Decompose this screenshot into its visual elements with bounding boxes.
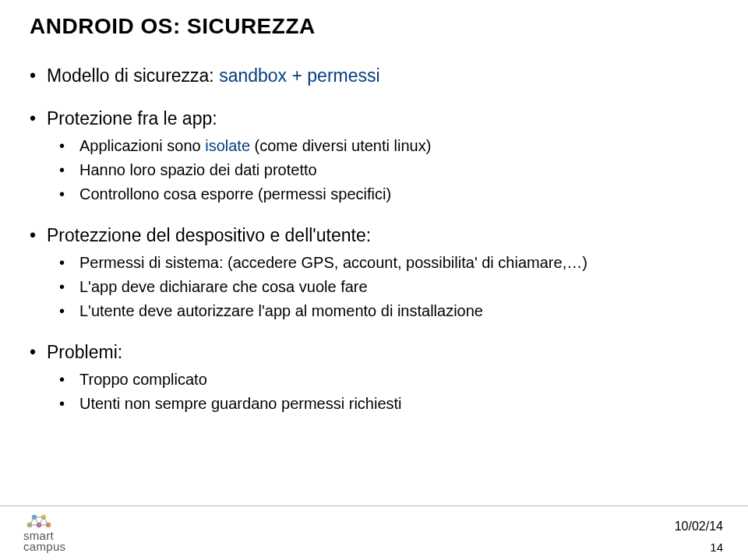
sub-item: Permessi di sistema: (accedere GPS, acco… — [59, 252, 718, 273]
text: Modello di sicurezza: — [47, 65, 219, 86]
bullet-problems: Problemi: Troppo complicato Utenti non s… — [30, 340, 718, 414]
svg-line-5 — [30, 517, 34, 525]
sub-item: L'app deve dichiarare che cosa vuole far… — [59, 276, 718, 298]
svg-line-8 — [44, 517, 48, 525]
sub-list: Applicazioni sono isolate (come diversi … — [47, 136, 718, 205]
svg-line-7 — [39, 517, 44, 525]
text: (come diversi utenti linux) — [250, 137, 431, 154]
sub-list: Permessi di sistema: (accedere GPS, acco… — [47, 252, 718, 322]
text: Protezione fra le app: — [47, 108, 217, 129]
svg-line-6 — [34, 517, 39, 525]
bullet-device-protection: Protezzione del despositivo e dell'utent… — [30, 224, 718, 322]
sub-list: Troppo complicato Utenti non sempre guar… — [47, 369, 718, 414]
logo-line2: campus — [23, 540, 65, 553]
emphasis: isolate — [205, 137, 250, 154]
logo-text: smart campus — [23, 530, 65, 553]
bullet-model: Modello di sicurezza: sandbox + permessi — [30, 64, 718, 88]
logo: smart campus — [23, 511, 65, 553]
sub-item: Troppo complicato — [59, 369, 718, 390]
emphasis: sandbox + permessi — [219, 65, 379, 86]
logo-icon — [23, 511, 62, 530]
text: Protezzione del despositivo e dell'utent… — [47, 225, 371, 245]
slide: ANDROID OS: SICUREZZA Modello di sicurez… — [0, 0, 748, 414]
sub-item: Utenti non sempre guardano permessi rich… — [59, 393, 718, 414]
bullet-app-protection: Protezione fra le app: Applicazioni sono… — [30, 107, 718, 205]
slide-title: ANDROID OS: SICUREZZA — [30, 14, 718, 39]
sub-item: Controllono cosa esporre (permessi speci… — [59, 184, 718, 205]
sub-item: L'utente deve autorizzare l'app al momen… — [59, 301, 718, 322]
slide-date: 10/02/14 — [675, 519, 723, 534]
footer: smart campus 10/02/14 14 — [0, 505, 748, 560]
sub-item: Applicazioni sono isolate (come diversi … — [59, 136, 718, 157]
sub-item: Hanno loro spazio dei dati protetto — [59, 160, 718, 181]
text: Applicazioni sono — [79, 137, 205, 154]
page-number: 14 — [710, 541, 723, 554]
bullet-list: Modello di sicurezza: sandbox + permessi… — [30, 64, 718, 414]
text: Problemi: — [47, 342, 122, 362]
